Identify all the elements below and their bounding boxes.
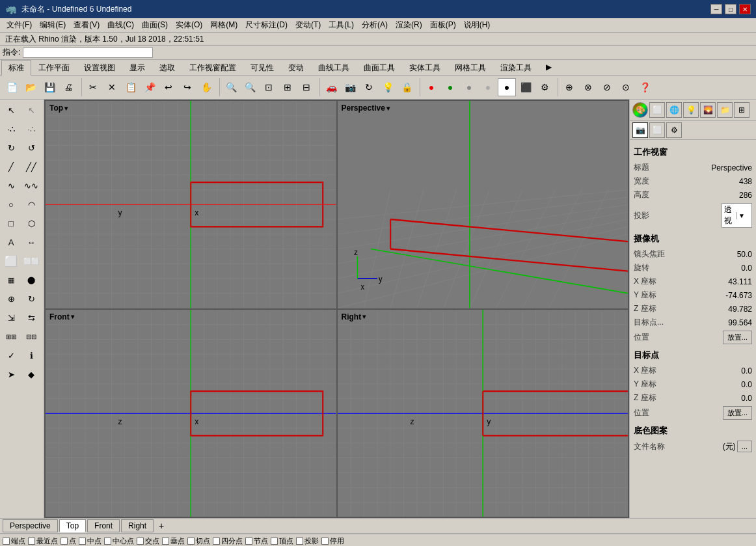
lt-orbit[interactable]: ↻ [1, 139, 21, 157]
lt-text[interactable]: A [1, 233, 21, 251]
menu-render[interactable]: 渲染(R) [392, 18, 426, 32]
vp-menu-arrow-perspective[interactable]: ▾ [386, 105, 390, 112]
vp-tab-right[interactable]: Right [121, 519, 154, 532]
vp-tab-front[interactable]: Front [87, 519, 120, 532]
tab-setview[interactable]: 设置视图 [77, 60, 122, 75]
lt-surf1[interactable]: ⬜ [1, 252, 21, 270]
lt-circle[interactable]: ○ [1, 195, 21, 213]
menu-curve[interactable]: 曲线(C) [103, 18, 138, 32]
tool-open[interactable]: 📂 [21, 78, 40, 96]
rp-icon-folder[interactable]: 📁 [717, 102, 733, 118]
proj-arrow[interactable]: ▼ [736, 212, 751, 219]
tab-display[interactable]: 显示 [122, 60, 152, 75]
lt-rect[interactable]: □ [1, 214, 21, 232]
menu-solid[interactable]: 实体(O) [172, 18, 206, 32]
target-place-btn[interactable]: 放置... [723, 406, 752, 420]
viewport-top[interactable]: Top ▾ [46, 101, 336, 308]
tab-standard[interactable]: 标准 [1, 60, 31, 75]
lt-line[interactable]: ╱ [1, 157, 21, 176]
maximize-btn[interactable]: □ [725, 4, 736, 14]
lt-orbit2[interactable]: ↺ [21, 139, 41, 157]
lt-box[interactable]: ▦ [1, 271, 21, 289]
tab-surftools[interactable]: 曲面工具 [357, 60, 402, 75]
lt-grid[interactable]: ⊞⊞ [1, 327, 21, 346]
tab-workplane[interactable]: 工作平面 [31, 60, 77, 75]
tool-undo[interactable]: ↩ [159, 78, 178, 96]
tool-zoom-sel[interactable]: ⊟ [297, 78, 316, 96]
menu-surface[interactable]: 曲面(S) [138, 18, 172, 32]
snap-disable-cb[interactable] [321, 538, 329, 545]
snap-center-cb[interactable] [104, 538, 111, 545]
vp-tab-perspective[interactable]: Perspective [3, 519, 58, 532]
lt-pts[interactable]: ·∴ [1, 120, 21, 138]
menu-file[interactable]: 文件(F) [3, 18, 36, 32]
lt-check[interactable]: ✓ [1, 346, 21, 364]
menu-tools[interactable]: 工具(L) [325, 18, 358, 32]
tool-mat2[interactable]: ● [441, 78, 459, 96]
vp-tab-top[interactable]: Top [59, 519, 86, 532]
snap-tan-cb[interactable] [187, 538, 195, 545]
tool-zoom-out[interactable]: 🔍 [241, 78, 259, 96]
snap-point-cb[interactable] [61, 538, 68, 545]
menu-mesh[interactable]: 网格(M) [206, 18, 241, 32]
tool-snap1[interactable]: ⊕ [560, 78, 578, 96]
snap-proj-cb[interactable] [296, 538, 303, 545]
menu-view[interactable]: 查看(V) [70, 18, 103, 32]
bg-browse-btn[interactable]: ... [737, 441, 752, 452]
snap-int-cb[interactable] [137, 538, 144, 545]
tool-cam[interactable]: 📷 [341, 78, 359, 96]
tool-light[interactable]: 💡 [379, 78, 397, 96]
lt-mirror[interactable]: ⇆ [21, 308, 41, 327]
rp-icon-env[interactable]: 🌄 [700, 102, 716, 118]
tool-mat1[interactable]: ● [422, 78, 440, 96]
tool-cut[interactable]: ✂ [84, 78, 102, 96]
lt-select2[interactable]: ↖ [21, 101, 41, 119]
tool-mat6[interactable]: ⬛ [517, 78, 535, 96]
proj-select[interactable]: 透视 ▼ [722, 203, 752, 228]
snap-knot-cb[interactable] [245, 538, 252, 545]
tab-more[interactable]: ▶ [539, 60, 559, 75]
tab-rendertools[interactable]: 渲染工具 [493, 60, 539, 75]
vp-tab-add[interactable]: + [155, 519, 168, 532]
rp-icon-obj[interactable]: ⚙ [666, 122, 682, 138]
tool-snap4[interactable]: ⊙ [617, 78, 635, 96]
menu-analysis[interactable]: 分析(A) [358, 18, 392, 32]
tool-mat5[interactable]: ● [498, 78, 516, 96]
close-btn[interactable]: ✕ [739, 4, 751, 14]
lt-arc[interactable]: ◠ [21, 195, 41, 213]
tool-render-set[interactable]: ⚙ [535, 78, 554, 96]
rp-icon-color[interactable]: 🎨 [632, 102, 648, 118]
rp-icon-render[interactable]: 🌐 [666, 102, 682, 118]
snap-near-cb[interactable] [28, 538, 35, 545]
tool-rotate[interactable]: ↻ [360, 78, 378, 96]
minimize-btn[interactable]: ─ [710, 4, 722, 14]
tool-mat4[interactable]: ● [479, 78, 497, 96]
viewport-right[interactable]: Right ▾ [338, 310, 628, 517]
menu-transform[interactable]: 变动(T) [291, 18, 325, 32]
lt-grid2[interactable]: ⊟⊟ [21, 327, 41, 346]
tool-zoom-in[interactable]: 🔍 [222, 78, 240, 96]
rp-icon-light[interactable]: 💡 [683, 102, 699, 118]
lt-rotate[interactable]: ↻ [21, 290, 41, 308]
vp-menu-arrow-top[interactable]: ▾ [64, 105, 68, 112]
menu-dim[interactable]: 尺寸标注(D) [241, 18, 291, 32]
lt-diamond[interactable]: ◆ [21, 365, 41, 383]
lt-select[interactable]: ↖ [1, 101, 21, 119]
lt-arrow[interactable]: ➤ [1, 365, 21, 383]
tab-transform[interactable]: 变动 [281, 60, 311, 75]
tool-pan[interactable]: ✋ [197, 78, 215, 96]
lt-info[interactable]: ℹ [21, 346, 41, 364]
lt-move[interactable]: ⊕ [1, 290, 21, 308]
tab-solidtools[interactable]: 实体工具 [402, 60, 448, 75]
cmd-input[interactable] [23, 48, 153, 58]
tool-help[interactable]: ❓ [636, 78, 654, 96]
viewport-perspective[interactable]: Perspective ▾ [338, 101, 628, 308]
tool-snap3[interactable]: ⊘ [598, 78, 616, 96]
lt-curve[interactable]: ∿ [1, 176, 21, 195]
lt-polygon[interactable]: ⬡ [21, 214, 41, 232]
rp-icon-viewport[interactable]: ⬜ [649, 122, 665, 138]
tool-paste[interactable]: 📌 [141, 78, 159, 96]
tool-redo[interactable]: ↪ [178, 78, 196, 96]
tool-save[interactable]: 💾 [40, 78, 59, 96]
tool-zoom-ext[interactable]: ⊡ [260, 78, 278, 96]
